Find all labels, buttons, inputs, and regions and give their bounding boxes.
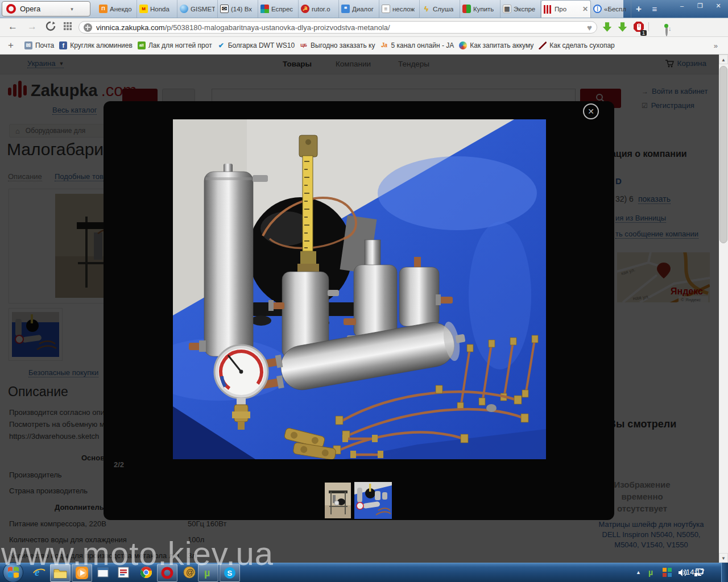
page-scrollbar[interactable]: ▲ ▼ (719, 55, 728, 563)
tab-anekdot[interactable]: Анекдо (97, 0, 137, 18)
reload-button[interactable] (46, 21, 56, 34)
taskbar-disk-app-icon[interactable] (114, 564, 133, 581)
tab-mail[interactable]: (14) Вх (218, 0, 258, 18)
bookmark-all[interactable]: Лак для ногтей прот (138, 41, 212, 49)
ad-blocker-icon[interactable]: 1 (633, 24, 644, 34)
lightbox-thumbnail-1[interactable] (325, 483, 351, 518)
toolbar-divider (648, 22, 649, 31)
espreso-favicon (260, 5, 269, 13)
svg-text:@: @ (186, 568, 194, 577)
tab-strip: Анекдо Honda GISMET (14) Вх Еспрес rutor… (97, 0, 663, 18)
moto-favicon (139, 5, 148, 13)
tab-espreso[interactable]: Еспрес (258, 0, 299, 18)
document-favicon (382, 5, 390, 13)
scroll-down-arrow[interactable]: ▼ (719, 553, 728, 563)
download-arrow-icon-1[interactable] (602, 22, 613, 35)
brush-icon (539, 41, 547, 49)
svg-text:µ: µ (204, 567, 210, 579)
taskbar-chrome-icon[interactable] (136, 564, 156, 581)
bookmarks-overflow-chevron[interactable] (714, 41, 718, 50)
winamp-favicon (422, 5, 431, 13)
taskbar-skype-icon[interactable]: S (220, 564, 240, 582)
bookmark-sale[interactable]: Выгодно заказать ку (300, 41, 375, 49)
scrollbar-thumb[interactable] (719, 66, 727, 243)
opera-menu-label: Opera (20, 5, 40, 13)
download-arrow-icon-2[interactable] (617, 22, 628, 35)
image-counter: 2/2 (114, 460, 124, 469)
tab-menu-button[interactable] (646, 0, 663, 18)
lightbox-close-button[interactable] (583, 103, 599, 119)
taskbar-ie-icon[interactable]: e (30, 564, 49, 581)
anekdot-favicon (99, 5, 107, 13)
site-badge-icon[interactable] (84, 23, 92, 32)
taskbar-window-app-icon[interactable] (93, 564, 113, 581)
blue-ring-favicon (593, 5, 602, 13)
tab-express[interactable]: Экспре (500, 0, 541, 18)
tab-doc[interactable]: неслож (379, 0, 420, 18)
tab-zakupka-active[interactable]: Про✕ (541, 0, 591, 18)
tab-honda[interactable]: Honda (137, 0, 177, 18)
back-button[interactable]: ← (8, 21, 18, 32)
bulb-icon (459, 41, 467, 49)
taskbar-wmp-icon[interactable] (72, 564, 92, 582)
url-field[interactable]: vinnica.zakupka.com/p/5038180-malogabari… (78, 21, 597, 34)
opera-menu-button[interactable]: Opera (2, 1, 90, 16)
new-tab-button[interactable] (631, 0, 646, 18)
svg-text:µ: µ (648, 568, 653, 577)
bookmark-akkum[interactable]: Как запитать аккуму (459, 41, 533, 49)
express-panel-favicon (503, 5, 511, 13)
ja-icon (380, 41, 388, 49)
screen: Opera Анекдо Honda GISMET (14) Вх Еспрес… (0, 0, 728, 582)
bookmark-facebook[interactable]: Кругляк алюминиев (59, 41, 133, 49)
dialog-favicon (341, 5, 350, 13)
bookmark-heart-icon[interactable]: ♥ (587, 23, 592, 32)
window-controls (676, 2, 725, 10)
add-bookmark-button[interactable] (8, 40, 14, 51)
downloads-icon[interactable] (665, 24, 668, 36)
tray-utorrent-icon[interactable]: µ (647, 568, 656, 577)
svg-text:e: e (35, 566, 40, 578)
show-desktop-button[interactable] (721, 563, 728, 582)
tray-antivirus-icon[interactable] (663, 568, 672, 577)
tab-gismeteo[interactable]: GISMET (177, 0, 218, 18)
gismeteo-favicon (180, 5, 188, 13)
all-icon (138, 41, 146, 49)
sale-icon (300, 41, 308, 49)
taskbar-opera-icon[interactable] (157, 564, 177, 582)
speed-dial-icon[interactable] (64, 22, 72, 32)
tray-expand-icon[interactable] (636, 569, 641, 575)
check-icon (217, 41, 225, 49)
bookmark-suhopar[interactable]: Как сделать сухопар (539, 41, 614, 49)
maximize-button[interactable] (694, 2, 706, 10)
taskbar-clock[interactable]: 14:17 (686, 568, 705, 576)
shop-favicon (462, 5, 471, 13)
tab-shop[interactable]: Купить (460, 0, 500, 18)
zakupka-favicon (544, 5, 552, 14)
taskbar-mail-agent-icon[interactable]: @ (180, 564, 199, 581)
svg-text:S: S (228, 569, 233, 577)
taskbar-utorrent-icon[interactable]: µ (198, 564, 218, 582)
bookmarks-bar: Почта Кругляк алюминиев Лак для ногтей п… (0, 37, 728, 55)
blocked-count-badge: 1 (640, 30, 647, 36)
minimize-button[interactable] (676, 2, 688, 10)
lightbox-photo[interactable] (173, 119, 546, 459)
start-button[interactable] (2, 562, 24, 582)
bookmark-5kanal[interactable]: 5 канал онлайн - JA (380, 41, 454, 49)
opera-logo-icon (6, 4, 16, 14)
tab-winamp[interactable]: Слуша (420, 0, 460, 18)
facebook-icon (59, 41, 67, 49)
tab-bespl[interactable]: «Беспл (591, 0, 631, 18)
url-text: vinnica.zakupka.com/p/5038180-malogabari… (96, 23, 583, 32)
bookmark-dwt[interactable]: Болгарка DWT WS10 (217, 41, 295, 49)
tab-dialog[interactable]: Диалог (339, 0, 379, 18)
forward-button[interactable]: → (27, 21, 37, 32)
taskbar-explorer-icon[interactable] (50, 564, 71, 582)
mail-favicon (220, 5, 229, 13)
window-close-button[interactable] (712, 2, 725, 10)
bookmark-mail[interactable]: Почта (24, 41, 54, 49)
lightbox-thumbnail-2-selected[interactable] (354, 482, 392, 519)
image-lightbox: 2/2 (104, 101, 614, 520)
tab-close-icon[interactable]: ✕ (582, 5, 588, 13)
scroll-up-arrow[interactable]: ▲ (719, 55, 728, 64)
tab-rutor[interactable]: rutor.o (299, 0, 339, 18)
